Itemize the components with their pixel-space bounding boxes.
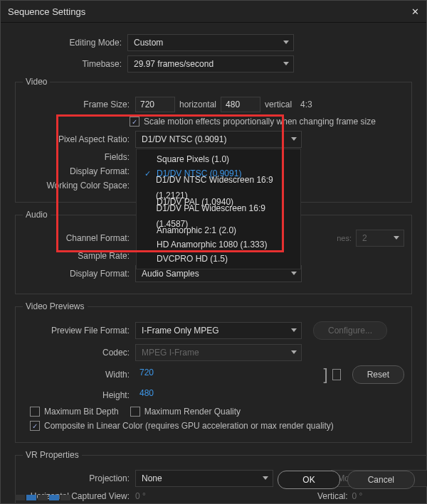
preview-file-format-select[interactable]: I-Frame Only MPEG [135, 322, 302, 339]
par-select[interactable]: D1/DV NTSC (0.9091) Square Pixels (1.0) … [135, 131, 302, 148]
video-legend: Video [23, 77, 50, 87]
scale-motion-checkbox[interactable]: Scale motion effects proportionally when… [130, 117, 376, 127]
par-option[interactable]: D1/DV PAL Widescreen 16:9 (1.4587) [137, 209, 300, 223]
working-color-space-label: Working Color Space: [23, 181, 135, 191]
vertical-label: vertical [265, 100, 292, 109]
editing-mode-select[interactable]: Custom [127, 34, 294, 51]
chevron-down-icon [283, 62, 289, 65]
chevron-down-icon [291, 328, 297, 332]
preview-width-label: Width: [23, 370, 135, 380]
chevron-down-icon [291, 350, 297, 354]
audio-legend: Audio [23, 210, 51, 220]
fields-label: Fields: [23, 152, 135, 162]
chevron-down-icon [283, 41, 289, 44]
par-option[interactable]: Square Pixels (1.0) [137, 152, 300, 166]
frame-width-input[interactable] [135, 97, 175, 112]
checkbox-icon [30, 421, 40, 431]
chevron-down-icon [263, 476, 268, 480]
max-render-quality-checkbox[interactable]: Maximum Render Quality [130, 407, 241, 417]
video-previews-legend: Video Previews [23, 301, 88, 311]
bracket-icon: ] [324, 365, 328, 384]
vertical-cv-label: Vertical: [291, 491, 348, 501]
par-option[interactable]: D1/DV NTSC Widescreen 16:9 (1.2121) [137, 181, 300, 195]
timeline-strip [15, 495, 70, 500]
chevron-down-icon [291, 272, 297, 275]
close-icon[interactable]: ✕ [411, 6, 419, 17]
projection-label: Projection: [23, 473, 135, 483]
dialog-title: Sequence Settings [8, 6, 85, 17]
codec-label: Codec: [23, 348, 135, 358]
audio-display-format-label: Display Format: [23, 269, 135, 279]
preview-height-value[interactable]: 480 [135, 388, 174, 402]
codec-select: MPEG I-Frame [135, 344, 302, 361]
frame-size-label: Frame Size: [23, 100, 135, 109]
preview-file-format-label: Preview File Format: [23, 326, 135, 336]
checkbox-icon [130, 407, 140, 417]
frame-height-input[interactable] [221, 97, 260, 112]
reset-button[interactable]: Reset [352, 365, 404, 384]
checkbox-icon [30, 407, 40, 417]
editing-mode-label: Editing Mode: [15, 38, 127, 48]
check-icon [144, 166, 151, 181]
projection-select[interactable]: None [135, 470, 273, 487]
cancel-button[interactable]: Cancel [347, 471, 415, 489]
ok-button[interactable]: OK [278, 471, 339, 489]
par-option[interactable]: HD Anamorphic 1080 (1.333) [137, 237, 300, 252]
channels-select[interactable]: 2 [356, 230, 404, 247]
max-bit-depth-checkbox[interactable]: Maximum Bit Depth [30, 407, 119, 417]
channels-suffix: nes: [337, 234, 352, 242]
par-option[interactable]: DVCPRO HD (1.5) [137, 252, 300, 266]
vr-legend: VR Properties [23, 450, 82, 460]
link-icon[interactable] [332, 369, 341, 380]
vertical-cv-value: 0 ° [352, 491, 363, 501]
checkbox-icon [130, 117, 139, 127]
par-dropdown: Square Pixels (1.0) D1/DV NTSC (0.9091) … [136, 149, 301, 269]
video-previews-fieldset: Video Previews Preview File Format: I-Fr… [15, 301, 412, 443]
sample-rate-label: Sample Rate: [23, 251, 135, 261]
aspect-ratio-label: 4:3 [300, 100, 312, 109]
configure-button: Configure... [313, 321, 387, 340]
preview-width-value[interactable]: 720 [135, 368, 174, 382]
channel-format-label: Channel Format: [23, 233, 135, 243]
horizontal-label: horizontal [179, 100, 216, 109]
par-label: Pixel Aspect Ratio: [23, 134, 135, 144]
hcv-value: 0 ° [135, 491, 146, 501]
chevron-down-icon [291, 137, 297, 141]
timebase-select[interactable]: 29.97 frames/second [127, 55, 294, 73]
preview-height-label: Height: [23, 390, 135, 400]
composite-linear-checkbox[interactable]: Composite in Linear Color (requires GPU … [30, 421, 334, 431]
video-display-format-label: Display Format: [23, 166, 135, 176]
video-fieldset: Video Frame Size: horizontal vertical 4:… [15, 77, 412, 203]
chevron-down-icon [394, 236, 399, 240]
titlebar: Sequence Settings ✕ [1, 1, 426, 23]
timebase-label: Timebase: [15, 59, 127, 69]
sequence-settings-dialog: Sequence Settings ✕ Editing Mode: Custom… [0, 0, 427, 504]
